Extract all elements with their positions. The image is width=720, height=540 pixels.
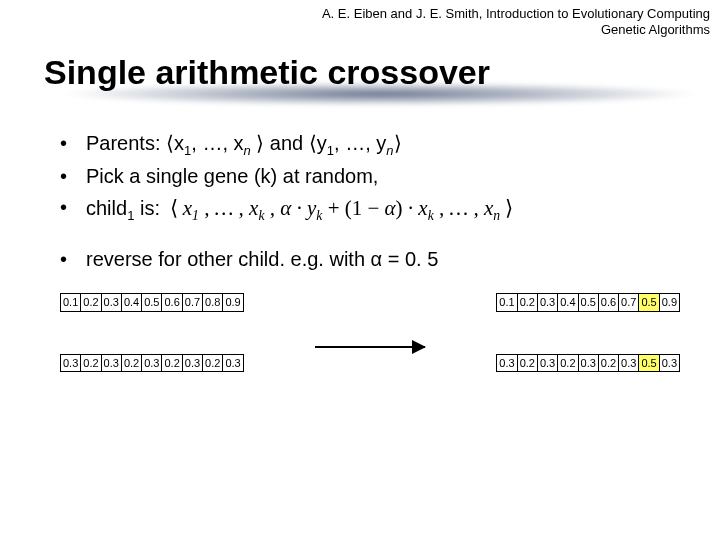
- seq-cell: 0.5: [639, 294, 659, 311]
- slide-title: Single arithmetic crossover: [0, 47, 720, 98]
- seq-cell: 0.3: [660, 355, 679, 372]
- seq-cell: 0.3: [538, 355, 558, 372]
- bullet-reverse: reverse for other child. e.g. with α = 0…: [60, 246, 690, 273]
- seq-cell: 0.2: [203, 355, 223, 372]
- slide-body: Parents: ⟨x1, …, xn ⟩ and ⟨y1, …, yn⟩ Pi…: [0, 98, 720, 373]
- seq-cell: 0.2: [599, 355, 619, 372]
- bullet-parents: Parents: ⟨x1, …, xn ⟩ and ⟨y1, …, yn⟩: [60, 130, 690, 160]
- seq-cell: 0.2: [81, 294, 101, 311]
- child-formula: ⟨ x1 , … , xk , α · yk + (1 − α) · xk , …: [170, 194, 514, 226]
- seq-cell: 0.2: [518, 294, 538, 311]
- seq-cell: 0.3: [183, 355, 203, 372]
- bullet-child1: child1 is: ⟨ x1 , … , xk , α · yk + (1 −…: [60, 194, 690, 226]
- seq-cell: 0.1: [497, 294, 517, 311]
- seq-cell: 0.2: [122, 355, 142, 372]
- seq-cell: 0.1: [61, 294, 81, 311]
- seq-cell: 0.2: [518, 355, 538, 372]
- parent-1-seq: 0.10.20.30.40.50.60.70.80.9: [60, 293, 244, 312]
- parent-2-seq: 0.30.20.30.20.30.20.30.20.3: [60, 354, 244, 373]
- header-line-2: Genetic Algorithms: [0, 22, 710, 38]
- bullet-pick-gene: Pick a single gene (k) at random,: [60, 163, 690, 190]
- seq-cell: 0.3: [497, 355, 517, 372]
- seq-cell: 0.2: [162, 355, 182, 372]
- seq-cell: 0.5: [142, 294, 162, 311]
- seq-cell: 0.3: [102, 294, 122, 311]
- seq-cell: 0.3: [102, 355, 122, 372]
- seq-cell: 0.2: [81, 355, 101, 372]
- seq-cell: 0.5: [639, 355, 659, 372]
- seq-cell: 0.8: [203, 294, 223, 311]
- seq-cell: 0.3: [619, 355, 639, 372]
- seq-cell: 0.4: [558, 294, 578, 311]
- seq-cell: 0.9: [660, 294, 679, 311]
- children-column: 0.10.20.30.40.50.60.70.50.9 0.30.20.30.2…: [496, 293, 680, 373]
- seq-cell: 0.3: [61, 355, 81, 372]
- seq-cell: 0.6: [599, 294, 619, 311]
- parents-column: 0.10.20.30.40.50.60.70.80.9 0.30.20.30.2…: [60, 293, 244, 373]
- seq-cell: 0.2: [558, 355, 578, 372]
- child-1-seq: 0.10.20.30.40.50.60.70.50.9: [496, 293, 680, 312]
- seq-cell: 0.3: [579, 355, 599, 372]
- seq-cell: 0.3: [142, 355, 162, 372]
- seq-cell: 0.3: [223, 355, 242, 372]
- arrow-wrap: [305, 318, 435, 348]
- seq-cell: 0.5: [579, 294, 599, 311]
- seq-cell: 0.7: [183, 294, 203, 311]
- title-shadow: [60, 82, 700, 106]
- seq-cell: 0.7: [619, 294, 639, 311]
- example-diagram: 0.10.20.30.40.50.60.70.80.9 0.30.20.30.2…: [60, 293, 690, 373]
- seq-cell: 0.6: [162, 294, 182, 311]
- seq-cell: 0.4: [122, 294, 142, 311]
- arrow-icon: [315, 346, 425, 348]
- seq-cell: 0.3: [538, 294, 558, 311]
- seq-cell: 0.9: [223, 294, 242, 311]
- slide-header: A. E. Eiben and J. E. Smith, Introductio…: [0, 0, 720, 39]
- header-line-1: A. E. Eiben and J. E. Smith, Introductio…: [0, 6, 710, 22]
- child-2-seq: 0.30.20.30.20.30.20.30.50.3: [496, 354, 680, 373]
